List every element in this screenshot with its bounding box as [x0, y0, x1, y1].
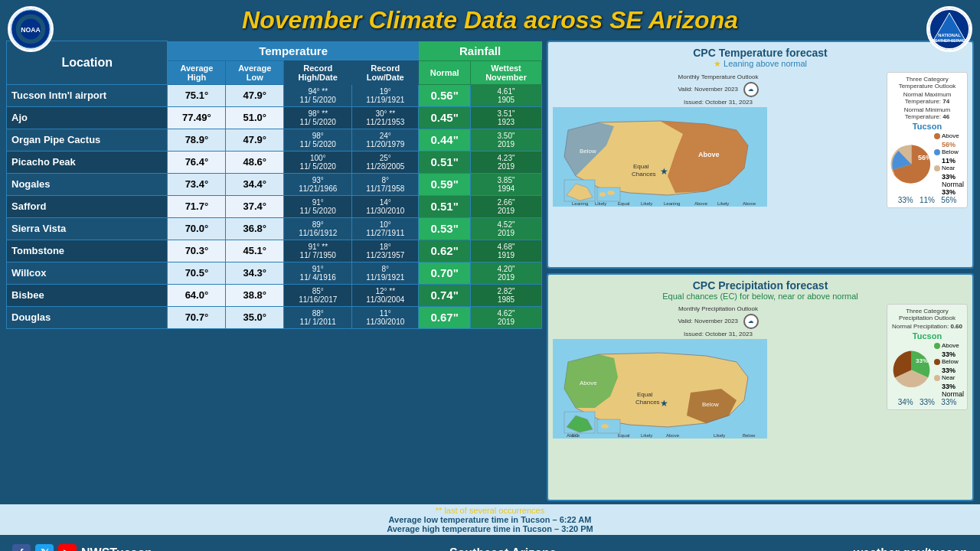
precip-map-valid: Valid: November 2023 ☁: [553, 314, 884, 329]
location-cell: Sierra Vista: [7, 217, 168, 240]
record-low-cell: 10° 11/27/1911: [352, 217, 419, 240]
table-row: Ajo77.49°51.0°98° ** 11/ 5/202030° ** 11…: [7, 106, 542, 129]
table-row: Douglas70.7°35.0°88° 11/ 1/201111° 11/30…: [7, 306, 542, 328]
avg-low-cell: 38.8°: [226, 284, 284, 306]
temp-normal-min: Normal Minimum Temperature: 46: [890, 106, 964, 120]
temp-forecast-panel: CPC Temperature forecast ★ Leaning above…: [547, 41, 974, 269]
svg-text:Equal: Equal: [633, 163, 649, 170]
svg-text:Leaning: Leaning: [572, 201, 588, 206]
record-high-cell: 93° 11/21/1966: [284, 173, 352, 195]
svg-text:Above: Above: [698, 151, 720, 158]
wettest-cell: 4.62" 2019: [471, 306, 542, 328]
avg-low-header: AverageLow: [226, 60, 284, 84]
record-low-cell: 30° ** 11/21/1953: [352, 106, 419, 129]
svg-text:Above: Above: [743, 201, 756, 206]
page-header: November Climate Data across SE Arizona: [0, 0, 980, 37]
precip-pie-chart: 33%: [890, 349, 933, 391]
record-low-cell: 14° 11/30/2010: [352, 195, 419, 217]
temp-forecast-subtitle: ★ Leaning above normal: [553, 59, 968, 69]
svg-text:★: ★: [660, 398, 668, 409]
footer: f 𝕏 ▶ NWSTucson Southeast Arizona weathe…: [0, 535, 980, 551]
normal-cell: 0.70": [419, 262, 471, 284]
table-row: Safford71.7°37.4°91° 11/ 5/202014° 11/30…: [7, 195, 542, 217]
svg-text:★: ★: [660, 166, 668, 177]
table-row: Sierra Vista70.0°36.8°89° 11/16/191210° …: [7, 217, 542, 240]
table-row: Bisbee64.0°38.8°85° 11/16/201712° ** 11/…: [7, 284, 542, 306]
svg-text:EC: EC: [572, 433, 579, 438]
avg-low-cell: 34.3°: [226, 262, 284, 284]
normal-cell: 0.62": [419, 240, 471, 262]
climate-table-section: Location Temperature Rainfall AverageHig…: [6, 41, 542, 501]
avg-high-cell: 75.1°: [168, 84, 226, 106]
temp-pie-values: 33% 11% 56%: [890, 196, 964, 204]
temp-forecast-title: CPC Temperature forecast: [553, 47, 968, 59]
record-low-header: RecordLow/Date: [352, 60, 419, 84]
record-high-cell: 91° ** 11/ 7/1950: [284, 240, 352, 262]
record-high-cell: 94° ** 11/ 5/2020: [284, 84, 352, 106]
footnote-avg-high: Average high temperature time in Tucson …: [387, 524, 593, 533]
avg-high-cell: 70.0°: [168, 217, 226, 240]
normal-cell: 0.53": [419, 217, 471, 240]
avg-low-cell: 37.4°: [226, 195, 284, 217]
temp-pie-chart: 56%: [890, 143, 933, 185]
location-cell: Bisbee: [7, 284, 168, 306]
avg-high-cell: 76.4°: [168, 151, 226, 173]
normal-cell: 0.56": [419, 84, 471, 106]
avg-low-cell: 47.9°: [226, 129, 284, 151]
precip-forecast-subtitle: Equal chances (EC) for below, near or ab…: [553, 292, 968, 301]
svg-text:Likely: Likely: [714, 433, 725, 438]
svg-text:Equal: Equal: [618, 201, 629, 206]
svg-text:Likely: Likely: [717, 201, 729, 206]
table-row: Nogales73.4°34.4°93° 11/21/19668° 11/17/…: [7, 173, 542, 195]
svg-text:Chances: Chances: [635, 399, 660, 406]
record-high-cell: 98° ** 11/ 5/2020: [284, 106, 352, 129]
normal-cell: 0.59": [419, 173, 471, 195]
location-cell: Douglas: [7, 306, 168, 328]
wettest-cell: 3.50" 2019: [471, 129, 542, 151]
location-cell: Tombstone: [7, 240, 168, 262]
svg-text:Below: Below: [743, 433, 756, 438]
youtube-icon[interactable]: ▶: [58, 544, 77, 551]
footer-website: weather.gov/tucson: [854, 546, 968, 551]
facebook-icon[interactable]: f: [12, 544, 31, 551]
normal-cell: 0.67": [419, 306, 471, 328]
svg-text:NOAA: NOAA: [21, 26, 41, 34]
record-low-cell: 8° 11/17/1958: [352, 173, 419, 195]
twitter-icon[interactable]: 𝕏: [35, 544, 54, 551]
precip-pie-legend: Above 33% Below 33% Near: [934, 342, 964, 398]
wettest-cell: 3.51" 1923: [471, 106, 542, 129]
svg-text:33%: 33%: [916, 357, 928, 364]
footer-left: f 𝕏 ▶ NWSTucson: [12, 544, 152, 551]
wettest-header: WettestNovember: [471, 60, 542, 84]
record-high-header: RecordHigh/Date: [284, 60, 352, 84]
table-row: Willcox70.5°34.3°91° 11/ 4/19168° 11/19/…: [7, 262, 542, 284]
svg-text:WEATHER SERVICE: WEATHER SERVICE: [932, 39, 968, 43]
avg-low-cell: 48.6°: [226, 151, 284, 173]
temp-pie-legend: Above 56% Below 11% Near: [934, 132, 964, 196]
table-row: Picacho Peak76.4°48.6°100° 11/ 5/202025°…: [7, 151, 542, 173]
record-low-cell: 11° 11/30/2010: [352, 306, 419, 328]
temp-pie-title: Three Category Temperature Outlook: [890, 76, 964, 90]
location-cell: Willcox: [7, 262, 168, 284]
record-high-cell: 100° 11/ 5/2020: [284, 151, 352, 173]
svg-point-37: [601, 424, 609, 429]
temp-pie-section: Three Category Temperature Outlook Norma…: [887, 72, 968, 208]
avg-high-cell: 70.7°: [168, 306, 226, 328]
wettest-cell: 3.85" 1994: [471, 173, 542, 195]
avg-low-cell: 47.9°: [226, 84, 284, 106]
table-row: Organ Pipe Cactus78.9°47.9°98° 11/ 5/202…: [7, 129, 542, 151]
footnote-avg-low: Average low temperature time in Tucson –…: [389, 515, 592, 524]
svg-text:Above: Above: [666, 433, 680, 438]
avg-high-header: AverageHigh: [168, 60, 226, 84]
svg-text:NATIONAL: NATIONAL: [938, 33, 961, 37]
svg-text:Above: Above: [694, 201, 708, 206]
temp-map-valid-date: Valid: November 2023 ☁: [553, 82, 884, 97]
wettest-cell: 4.20" 2019: [471, 262, 542, 284]
record-low-cell: 18° 11/23/1957: [352, 240, 419, 262]
precip-pie-section: Three Category Precipitation Outlook Nor…: [887, 304, 968, 410]
table-row: Tucson Intn'l airport75.1°47.9°94° ** 11…: [7, 84, 542, 106]
avg-high-cell: 70.5°: [168, 262, 226, 284]
precip-map-title: Monthly Precipitation Outlook: [553, 305, 884, 312]
precip-map-issued: Issued: October 31, 2023: [553, 331, 884, 337]
noaa-logo: NOAA: [8, 6, 54, 52]
